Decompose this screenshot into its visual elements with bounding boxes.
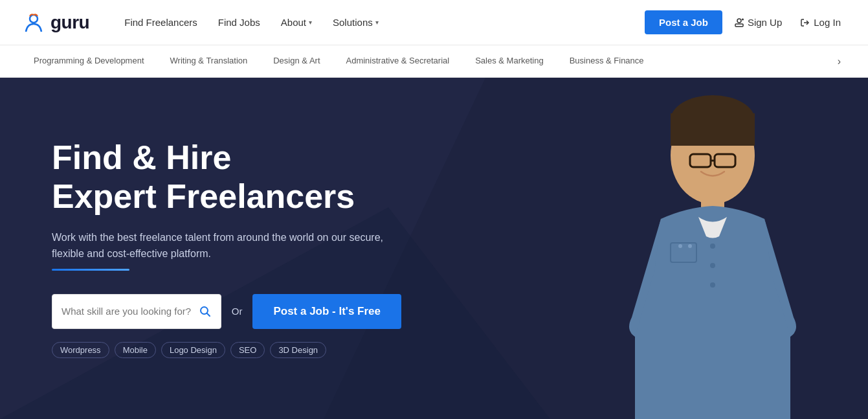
svg-rect-13	[690, 154, 711, 167]
navbar: guru Find Freelancers Find Jobs About ▾ …	[0, 0, 868, 45]
hero-content: Find & Hire Expert Freelancers Work with…	[0, 100, 453, 397]
sign-up-button[interactable]: Sign Up	[728, 12, 788, 33]
svg-point-2	[737, 19, 741, 23]
svg-rect-1	[735, 24, 743, 27]
chevron-down-icon: ▾	[375, 19, 379, 26]
svg-point-17	[710, 243, 715, 249]
search-input[interactable]	[61, 306, 199, 317]
search-box	[52, 294, 221, 329]
hero-tag-mobile[interactable]: Mobile	[115, 342, 156, 358]
hero-tag-3d-design[interactable]: 3D Design	[270, 342, 326, 358]
category-design[interactable]: Design & Art	[260, 45, 333, 78]
category-programming[interactable]: Programming & Development	[21, 45, 157, 78]
svg-rect-16	[701, 199, 724, 219]
svg-point-0	[30, 15, 38, 23]
sign-up-icon	[734, 17, 744, 28]
hero-tag-seo[interactable]: SEO	[230, 342, 265, 358]
category-writing[interactable]: Writing & Translation	[157, 45, 261, 78]
search-icon	[199, 305, 212, 318]
nav-actions: Post a Job Sign Up Log In	[645, 10, 847, 34]
hero-post-job-button[interactable]: Post a Job - It's Free	[252, 294, 401, 329]
hero-subtitle: Work with the best freelance talent from…	[52, 229, 401, 262]
nav-links: Find Freelancers Find Jobs About ▾ Solut…	[115, 12, 645, 33]
hero-tag-wordpress[interactable]: Wordpress	[52, 342, 109, 358]
nav-find-freelancers[interactable]: Find Freelancers	[115, 12, 206, 33]
svg-point-21	[678, 244, 682, 248]
or-text: Or	[232, 306, 243, 317]
svg-rect-9	[531, 78, 868, 419]
hero-section: Find & Hire Expert Freelancers Work with…	[0, 78, 868, 419]
hero-tag-logo-design[interactable]: Logo Design	[161, 342, 225, 358]
svg-rect-12	[671, 113, 755, 146]
category-finance[interactable]: Business & Finance	[557, 45, 657, 78]
svg-rect-20	[671, 243, 696, 262]
hero-underline	[52, 269, 129, 271]
category-more-button[interactable]: ›	[831, 45, 847, 78]
search-button[interactable]	[199, 305, 212, 318]
hero-person-image	[531, 78, 868, 419]
logo-text: guru	[50, 12, 89, 33]
log-in-icon	[800, 17, 810, 28]
category-bar: Programming & Development Writing & Tran…	[0, 45, 868, 78]
chevron-down-icon: ▾	[309, 19, 312, 26]
svg-point-10	[671, 107, 755, 204]
logo[interactable]: guru	[21, 10, 89, 36]
category-admin[interactable]: Administrative & Secretarial	[333, 45, 463, 78]
svg-point-18	[710, 263, 715, 268]
post-job-button[interactable]: Post a Job	[645, 10, 722, 34]
category-sales[interactable]: Sales & Marketing	[462, 45, 557, 78]
nav-solutions[interactable]: Solutions ▾	[324, 12, 388, 33]
hero-search-row: Or Post a Job - It's Free	[52, 294, 401, 329]
nav-about[interactable]: About ▾	[272, 12, 321, 33]
log-in-button[interactable]: Log In	[794, 12, 847, 33]
hero-tags: Wordpress Mobile Logo Design SEO 3D Desi…	[52, 342, 401, 358]
nav-find-jobs[interactable]: Find Jobs	[209, 12, 269, 33]
svg-rect-14	[715, 154, 735, 167]
hero-title: Find & Hire Expert Freelancers	[52, 139, 401, 216]
svg-point-11	[671, 95, 755, 144]
svg-point-19	[710, 282, 715, 288]
svg-point-22	[688, 244, 692, 248]
